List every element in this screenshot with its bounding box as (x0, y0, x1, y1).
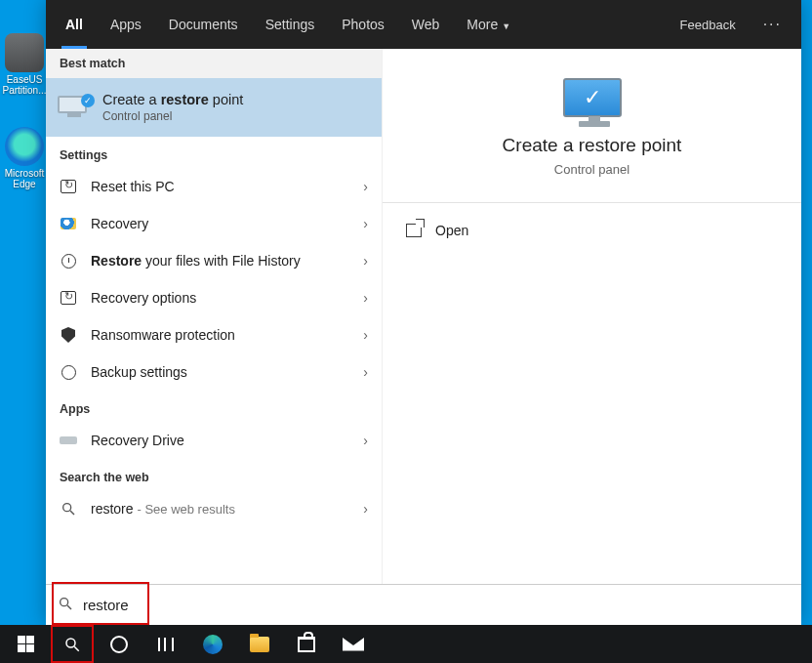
open-label: Open (435, 223, 468, 238)
chevron-right-icon[interactable]: › (363, 501, 368, 517)
taskbar-mail[interactable] (332, 625, 375, 663)
chevron-right-icon[interactable]: › (363, 290, 368, 306)
section-web: Search the web (46, 459, 382, 490)
svg-line-3 (67, 605, 71, 609)
svg-point-0 (63, 504, 71, 512)
preview-title: Create a restore point (402, 135, 782, 156)
result-label: Backup settings (91, 364, 349, 380)
chevron-right-icon[interactable]: › (363, 327, 368, 343)
result-label: Reset this PC (91, 179, 349, 194)
edge-icon (203, 635, 223, 654)
start-button[interactable] (4, 625, 47, 663)
search-icon (60, 500, 77, 518)
svg-point-2 (61, 598, 68, 605)
chevron-right-icon[interactable]: › (363, 364, 368, 380)
search-input[interactable] (83, 597, 790, 613)
results-list: Best match ✓ Create a restore point Cont… (46, 49, 383, 584)
shield-icon (60, 326, 77, 344)
result-label: restore - See web results (91, 501, 349, 517)
tab-web[interactable]: Web (398, 0, 454, 49)
result-reset-this-pc[interactable]: Reset this PC › (46, 168, 382, 205)
feedback-link[interactable]: Feedback (667, 18, 750, 32)
preview-subtitle: Control panel (402, 162, 782, 177)
taskbar (0, 625, 812, 663)
svg-line-1 (70, 511, 74, 515)
result-label: Restore your files with File History (91, 253, 349, 269)
tab-settings[interactable]: Settings (252, 0, 329, 49)
chevron-right-icon[interactable]: › (363, 216, 368, 231)
tab-all[interactable]: All (52, 0, 97, 49)
chevron-right-icon[interactable]: › (363, 433, 368, 448)
gear-icon (60, 363, 77, 381)
tab-more-label: More (467, 17, 498, 32)
section-best-match: Best match (46, 49, 382, 78)
svg-line-5 (74, 646, 79, 651)
open-action[interactable]: Open (402, 213, 782, 248)
task-view-icon (158, 638, 174, 651)
cortana-button[interactable] (98, 625, 141, 663)
taskbar-store[interactable] (285, 625, 328, 663)
reset-icon (60, 289, 77, 307)
chevron-right-icon[interactable]: › (363, 179, 368, 194)
result-label: Ransomware protection (91, 327, 349, 343)
mail-icon (343, 638, 364, 651)
chevron-down-icon: ▼ (502, 21, 510, 31)
desktop-icon-easeus[interactable]: EaseUS Partition... (2, 33, 47, 96)
result-web-restore[interactable]: restore - See web results › (46, 490, 382, 527)
app-icon (5, 127, 44, 166)
tab-documents[interactable]: Documents (155, 0, 252, 49)
tab-photos[interactable]: Photos (328, 0, 398, 49)
tab-more[interactable]: More▼ (453, 0, 524, 49)
result-label: Recovery Drive (91, 433, 349, 448)
open-icon (406, 224, 422, 237)
result-label: Recovery options (91, 290, 349, 306)
taskbar-search-button[interactable] (51, 625, 94, 663)
folder-icon (250, 637, 269, 652)
more-options-button[interactable]: ··· (750, 16, 795, 33)
system-restore-icon: ✓ (58, 96, 91, 119)
windows-icon (18, 636, 34, 652)
section-settings: Settings (46, 137, 382, 168)
system-restore-icon: ✓ (558, 78, 627, 117)
desktop-icon-edge[interactable]: Microsoft Edge (2, 127, 47, 189)
desktop-icon-label: EaseUS Partition... (2, 74, 47, 96)
section-apps: Apps (46, 391, 382, 422)
search-panel: All Apps Documents Settings Photos Web M… (46, 0, 801, 625)
app-icon (5, 33, 44, 72)
store-icon (298, 637, 315, 652)
file-history-icon (60, 252, 77, 269)
taskbar-file-explorer[interactable] (238, 625, 281, 663)
tab-apps[interactable]: Apps (97, 0, 155, 49)
reset-icon (60, 178, 77, 195)
result-ransomware-protection[interactable]: Ransomware protection › (46, 316, 382, 353)
preview-pane: ✓ Create a restore point Control panel O… (383, 49, 801, 584)
svg-point-4 (66, 639, 75, 647)
cortana-icon (110, 636, 128, 653)
search-icon (58, 596, 73, 615)
result-label: Recovery (91, 216, 349, 231)
result-recovery[interactable]: Recovery › (46, 205, 382, 242)
task-view-button[interactable] (144, 625, 187, 663)
result-recovery-options[interactable]: Recovery options › (46, 279, 382, 316)
best-match-title: Create a restore point (102, 92, 243, 107)
result-backup-settings[interactable]: Backup settings › (46, 353, 382, 391)
taskbar-edge[interactable] (191, 625, 234, 663)
drive-icon (60, 432, 77, 449)
chevron-right-icon[interactable]: › (363, 253, 368, 269)
result-restore-file-history[interactable]: Restore your files with File History › (46, 242, 382, 279)
result-best-match[interactable]: ✓ Create a restore point Control panel (46, 78, 382, 137)
search-box[interactable] (46, 584, 801, 625)
recovery-icon (60, 215, 77, 232)
result-recovery-drive[interactable]: Recovery Drive › (46, 422, 382, 459)
best-match-subtitle: Control panel (102, 109, 243, 123)
search-tabs: All Apps Documents Settings Photos Web M… (46, 0, 801, 49)
desktop-icon-label: Microsoft Edge (2, 168, 47, 189)
